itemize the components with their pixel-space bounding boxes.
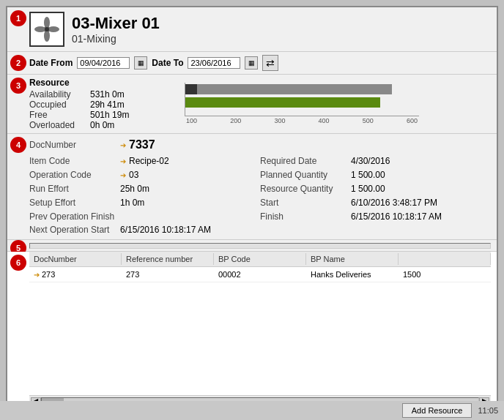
- resource-qty-value: 1 500.00: [351, 184, 385, 194]
- time-display: 11:05: [478, 406, 498, 415]
- row-qty: 1500: [399, 269, 491, 280]
- finish-label: Finish: [260, 211, 348, 222]
- free-value: 501h 19m: [90, 110, 129, 120]
- setup-effort-value: 1h 0m: [120, 198, 144, 208]
- badge-4: 4: [10, 137, 26, 153]
- doc-number-arrow: ➔: [120, 141, 126, 149]
- doc-number-label: DocNumber: [29, 140, 117, 150]
- required-date-value: 4/30/2016: [351, 156, 390, 166]
- chart-tick-2: 300: [274, 117, 285, 124]
- date-to-picker-btn[interactable]: ▦: [245, 56, 258, 70]
- date-to-label: Date To: [152, 58, 183, 68]
- chart-tick-0: 100: [186, 117, 197, 124]
- chart-tick-1: 200: [230, 117, 241, 124]
- next-op-value: 6/15/2016 10:18:17 AM: [120, 225, 211, 235]
- row-bp-name: Hanks Deliveries: [306, 269, 399, 280]
- finish-value: 6/15/2016 10:18:17 AM: [351, 211, 442, 222]
- badge-6: 6: [10, 255, 26, 271]
- row-doc-val: 273: [42, 270, 55, 279]
- prev-op-label: Prev Operation Finish: [29, 211, 117, 222]
- calendar-icon-2: ▦: [248, 59, 255, 67]
- machine-subtitle: 01-Mixing: [72, 33, 160, 45]
- calendar-icon: ▦: [138, 59, 144, 67]
- date-from-label: Date From: [29, 58, 73, 68]
- bottom-bar: Add Resource 11:05: [0, 401, 504, 420]
- date-to-input[interactable]: [188, 57, 240, 69]
- row-arrow-icon: ➔: [34, 271, 40, 279]
- svg-point-2: [48, 26, 59, 32]
- run-effort-label: Run Effort: [29, 184, 117, 194]
- doc-number-value: 7337: [129, 138, 155, 151]
- planned-qty-label: Planned Quantity: [260, 170, 348, 180]
- start-label: Start: [260, 198, 348, 208]
- occupied-value: 29h 41m: [90, 100, 125, 110]
- item-code-label: Item Code: [29, 156, 117, 166]
- col-bp-code: BP Code: [214, 253, 306, 265]
- overloaded-label: Overloaded: [29, 120, 84, 130]
- date-from-input[interactable]: [77, 57, 130, 69]
- overloaded-value: 0h 0m: [90, 120, 114, 130]
- availability-label: Availability: [29, 89, 84, 100]
- row-bp-code: 00002: [214, 269, 306, 280]
- table-header: DocNumber Reference number BP Code BP Na…: [29, 252, 491, 267]
- occupied-label: Occupied: [29, 100, 84, 110]
- refresh-btn[interactable]: ⇄: [262, 55, 278, 71]
- table-empty-area: [29, 282, 491, 395]
- start-value: 6/10/2016 3:48:17 PM: [351, 198, 437, 208]
- svg-point-1: [44, 17, 50, 29]
- add-resource-button[interactable]: Add Resource: [402, 403, 472, 418]
- badge-2: 2: [10, 55, 26, 71]
- mixer-icon: [29, 12, 64, 47]
- availability-value: 531h 0m: [90, 89, 125, 100]
- col-qty: [399, 253, 491, 265]
- chart-tick-4: 500: [363, 117, 374, 124]
- svg-point-4: [34, 26, 46, 32]
- run-effort-value: 25h 0m: [120, 184, 149, 194]
- row-reference: 273: [122, 269, 214, 280]
- chart-tick-5: 600: [407, 117, 418, 124]
- item-code-value: Recipe-02: [129, 156, 169, 166]
- operation-code-arrow: ➔: [120, 171, 126, 179]
- badge-1: 1: [10, 10, 26, 26]
- table-row[interactable]: ➔ 273 273 00002 Hanks Deliveries 1500: [29, 267, 491, 282]
- operation-code-value: 03: [129, 170, 138, 180]
- planned-qty-value: 1 500.00: [351, 170, 385, 180]
- col-reference: Reference number: [122, 253, 214, 265]
- required-date-label: Required Date: [260, 156, 348, 166]
- free-label: Free: [29, 110, 84, 120]
- badge-3: 3: [10, 78, 26, 94]
- svg-point-5: [45, 27, 49, 31]
- refresh-icon: ⇄: [266, 57, 275, 69]
- svg-point-3: [44, 30, 50, 42]
- col-docnumber: DocNumber: [29, 253, 122, 265]
- next-op-label: Next Operation Start: [29, 225, 117, 235]
- resource-title: Resource: [29, 78, 176, 88]
- section5-scrollbar[interactable]: [29, 243, 491, 249]
- item-code-arrow: ➔: [120, 157, 126, 165]
- col-bp-name: BP Name: [306, 253, 399, 265]
- date-from-picker-btn[interactable]: ▦: [134, 56, 147, 70]
- operation-code-label: Operation Code: [29, 170, 117, 180]
- machine-title: 03-Mixer 01: [72, 14, 160, 33]
- resource-qty-label: Resource Quantity: [260, 184, 348, 194]
- setup-effort-label: Setup Effort: [29, 198, 117, 208]
- row-docnumber: ➔ 273: [29, 269, 122, 280]
- chart-tick-3: 400: [319, 117, 330, 124]
